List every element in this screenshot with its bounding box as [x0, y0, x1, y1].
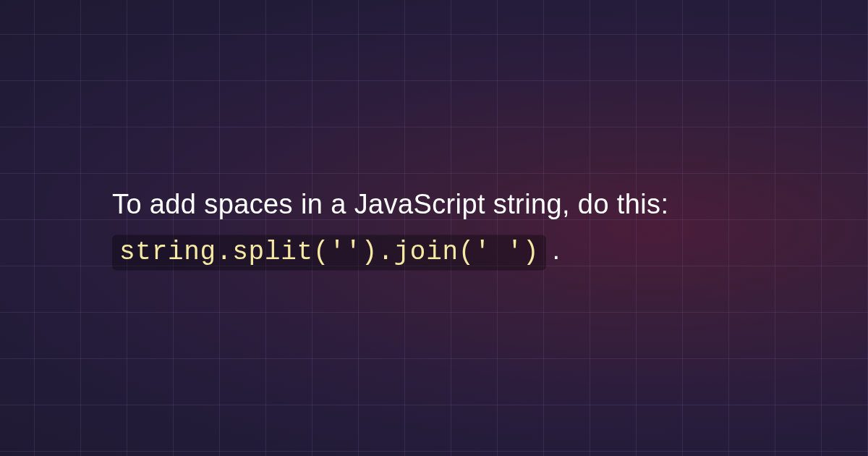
code-snippet: string.split('').join(' ')	[112, 235, 546, 270]
tip-suffix: .	[552, 235, 560, 265]
tip-prefix: To add spaces in a JavaScript string, do…	[112, 189, 668, 219]
main-content: To add spaces in a JavaScript string, do…	[112, 182, 781, 274]
tip-text: To add spaces in a JavaScript string, do…	[112, 182, 781, 274]
